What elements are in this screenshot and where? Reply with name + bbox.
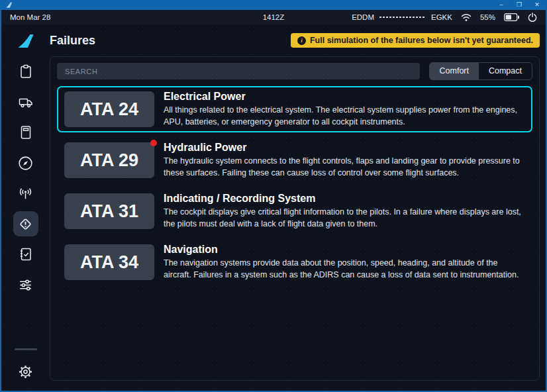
failure-category-description: The cockpit displays give critical fligh… bbox=[164, 207, 525, 230]
sidebar-item-performance[interactable] bbox=[13, 120, 38, 145]
exclamation-diamond-icon bbox=[17, 216, 34, 232]
ata-code: ATA 29 bbox=[80, 150, 138, 171]
efb-statusbar: Mon Mar 28 1412Z EDDM EGKK 55% bbox=[1, 10, 546, 24]
sidebar-item-checklists[interactable] bbox=[13, 242, 38, 267]
failure-card-text: Hydraulic Power The hydraulic system con… bbox=[164, 142, 525, 179]
sidebar-item-presets[interactable] bbox=[13, 272, 38, 297]
window-minimize-button[interactable]: – bbox=[495, 0, 507, 10]
info-icon: i bbox=[297, 36, 306, 45]
failures-toolbar: Comfort Compact bbox=[57, 62, 532, 80]
sidebar-item-dispatch[interactable] bbox=[13, 89, 38, 115]
failure-category-title: Electrical Power bbox=[164, 91, 525, 103]
warning-banner: i Full simulation of the failures below … bbox=[291, 33, 540, 48]
gear-icon bbox=[17, 364, 34, 380]
sidebar-item-failures[interactable] bbox=[13, 211, 38, 236]
status-time-utc: 1412Z bbox=[1, 13, 546, 21]
page-title: Failures bbox=[50, 34, 95, 48]
clipboard-icon bbox=[18, 64, 34, 79]
ata-badge: ATA 29 bbox=[64, 142, 154, 178]
page-header: Failures i Full simulation of the failur… bbox=[50, 24, 540, 56]
window-close-button[interactable]: ✕ bbox=[531, 0, 543, 10]
app-window: – ❐ ✕ Mon Mar 28 1412Z EDDM EGKK 55% bbox=[0, 0, 547, 392]
sidebar-nav bbox=[1, 24, 50, 391]
sidebar-item-settings[interactable] bbox=[13, 359, 38, 384]
failures-panel: Comfort Compact ATA 24 Electrical Power … bbox=[50, 56, 540, 381]
sidebar-divider bbox=[15, 348, 37, 350]
failure-category-description: The hydraulic system connects to the fli… bbox=[164, 156, 525, 179]
view-mode-toggle: Comfort Compact bbox=[429, 62, 532, 80]
broadcast-icon bbox=[17, 185, 34, 202]
os-titlebar: – ❐ ✕ bbox=[0, 0, 547, 10]
failure-category-description: The navigation systems provide data abou… bbox=[164, 258, 525, 281]
failure-category-title: Navigation bbox=[164, 244, 525, 256]
failure-card[interactable]: ATA 31 Indicating / Recording System The… bbox=[57, 188, 532, 234]
ata-badge: ATA 24 bbox=[64, 91, 154, 127]
ata-badge: ATA 34 bbox=[64, 244, 154, 280]
sidebar-item-navigation[interactable] bbox=[13, 150, 38, 175]
active-failure-dot bbox=[150, 140, 157, 146]
failure-card-text: Indicating / Recording System The cockpi… bbox=[164, 193, 525, 230]
flybywire-logo bbox=[17, 34, 34, 48]
truck-icon bbox=[18, 94, 34, 110]
failure-category-title: Hydraulic Power bbox=[164, 142, 525, 154]
sliders-icon bbox=[17, 277, 34, 293]
warning-banner-text: Full simulation of the failures below is… bbox=[310, 36, 533, 45]
failure-category-title: Indicating / Recording System bbox=[164, 193, 525, 205]
search-input[interactable] bbox=[57, 63, 420, 79]
failure-card-text: Navigation The navigation systems provid… bbox=[164, 244, 525, 281]
failure-card[interactable]: ATA 34 Navigation The navigation systems… bbox=[57, 239, 532, 285]
failure-category-description: All things related to the electrical sys… bbox=[164, 105, 525, 128]
ata-badge: ATA 31 bbox=[64, 193, 154, 229]
window-maximize-button[interactable]: ❐ bbox=[513, 0, 525, 10]
ata-code: ATA 24 bbox=[80, 99, 138, 120]
failure-card-list: ATA 24 Electrical Power All things relat… bbox=[57, 86, 532, 375]
app-icon bbox=[5, 1, 13, 9]
view-mode-compact[interactable]: Compact bbox=[479, 63, 532, 79]
view-mode-comfort[interactable]: Comfort bbox=[430, 63, 479, 79]
compass-icon bbox=[17, 155, 34, 172]
calculator-icon bbox=[18, 124, 34, 140]
failure-card[interactable]: ATA 24 Electrical Power All things relat… bbox=[57, 86, 532, 132]
journal-check-icon bbox=[18, 246, 34, 262]
sidebar-item-atc[interactable] bbox=[13, 181, 38, 206]
ata-code: ATA 31 bbox=[80, 201, 138, 222]
sidebar-item-dashboard[interactable] bbox=[13, 59, 38, 84]
failure-card-text: Electrical Power All things related to t… bbox=[164, 91, 525, 128]
failure-card[interactable]: ATA 29 Hydraulic Power The hydraulic sys… bbox=[57, 137, 532, 183]
ata-code: ATA 34 bbox=[80, 252, 138, 273]
